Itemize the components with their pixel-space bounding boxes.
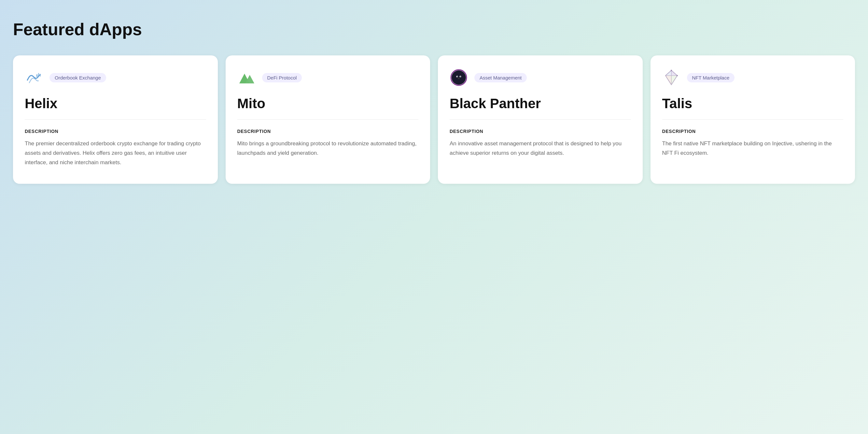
card-helix[interactable]: Orderbook Exchange Helix DESCRIPTION The… — [13, 55, 218, 184]
mito-badge: DeFi Protocol — [262, 73, 302, 82]
mito-divider — [237, 119, 419, 120]
talis-desc-text: The first native NFT marketplace buildin… — [662, 139, 844, 158]
helix-desc-label: DESCRIPTION — [25, 129, 206, 134]
card-talis-header: NFT Marketplace — [662, 68, 844, 87]
helix-name: Helix — [25, 96, 206, 111]
talis-badge: NFT Marketplace — [687, 73, 735, 82]
page-title: Featured dApps — [13, 20, 855, 39]
svg-rect-1 — [38, 73, 39, 77]
card-blackpanther-header: Asset Management — [450, 68, 631, 87]
svg-rect-2 — [40, 74, 41, 77]
talis-divider — [662, 119, 844, 120]
card-blackpanther[interactable]: Asset Management Black Panther DESCRIPTI… — [438, 55, 643, 184]
blackpanther-badge: Asset Management — [474, 73, 527, 82]
helix-icon — [25, 68, 43, 87]
svg-rect-0 — [36, 74, 37, 77]
svg-point-13 — [457, 76, 458, 77]
helix-divider — [25, 119, 206, 120]
mito-desc-text: Mito brings a groundbreaking protocol to… — [237, 139, 419, 158]
card-talis[interactable]: NFT Marketplace Talis DESCRIPTION The fi… — [651, 55, 855, 184]
talis-icon — [662, 68, 680, 87]
blackpanther-name: Black Panther — [450, 96, 631, 111]
svg-point-24 — [671, 70, 672, 71]
mito-icon — [237, 68, 255, 87]
helix-badge: Orderbook Exchange — [50, 73, 106, 82]
blackpanther-desc-text: An innovative asset management protocol … — [450, 139, 631, 158]
talis-name: Talis — [662, 96, 844, 111]
svg-point-25 — [677, 75, 678, 76]
card-mito-header: DeFi Protocol — [237, 68, 419, 87]
blackpanther-desc-label: DESCRIPTION — [450, 129, 631, 134]
card-helix-header: Orderbook Exchange — [25, 68, 206, 87]
helix-desc-text: The premier decentralized orderbook cryp… — [25, 139, 206, 168]
svg-point-15 — [458, 78, 460, 79]
talis-desc-label: DESCRIPTION — [662, 129, 844, 134]
card-mito[interactable]: DeFi Protocol Mito DESCRIPTION Mito brin… — [226, 55, 430, 184]
cards-grid: Orderbook Exchange Helix DESCRIPTION The… — [13, 55, 855, 184]
svg-point-14 — [460, 76, 461, 77]
mito-desc-label: DESCRIPTION — [237, 129, 419, 134]
mito-name: Mito — [237, 96, 419, 111]
panther-icon — [450, 68, 468, 87]
blackpanther-divider — [450, 119, 631, 120]
